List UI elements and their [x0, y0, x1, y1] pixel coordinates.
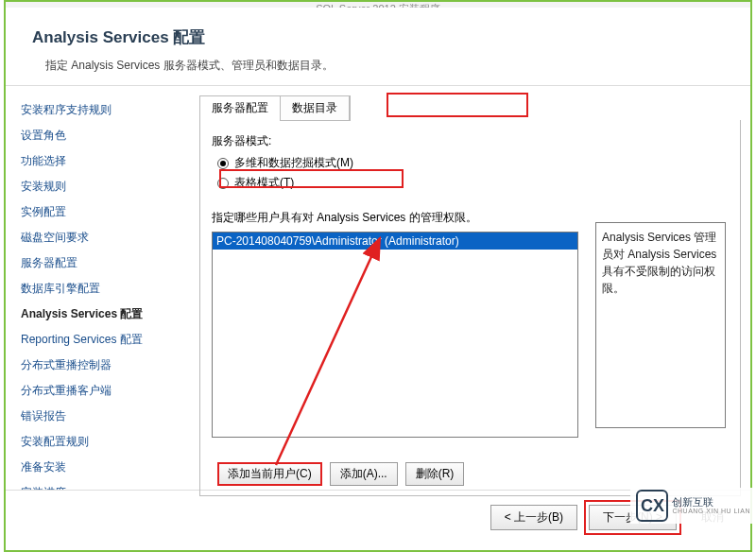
sidebar-item-analysis-services[interactable]: Analysis Services 配置: [21, 302, 184, 327]
list-item[interactable]: PC-201408040759\Administrator (Administr…: [213, 233, 577, 250]
admin-list[interactable]: PC-201408040759\Administrator (Administr…: [212, 232, 578, 438]
sidebar-item-db-engine[interactable]: 数据库引擎配置: [21, 276, 184, 302]
tab-panel: 服务器模式: 多维和数据挖掘模式(M) 表格模式(T) 指定哪些用户具有对 An…: [199, 120, 741, 496]
sidebar-item-instance-config[interactable]: 实例配置: [21, 199, 184, 225]
content: 服务器配置 数据目录 服务器模式: 多维和数据挖掘模式(M) 表格模式(T) 指…: [190, 86, 750, 490]
installer-window: SQL Server 2012 安装程序 Analysis Services 配…: [4, 0, 752, 552]
add-current-user-button[interactable]: 添加当前用户(C): [217, 462, 322, 486]
sidebar-item-feature-select[interactable]: 功能选择: [21, 148, 184, 174]
sidebar-item-ready-install[interactable]: 准备安装: [21, 455, 184, 480]
server-mode-label: 服务器模式:: [212, 133, 729, 149]
footer: < 上一步(B) 下一步(N) > 取消: [6, 491, 750, 543]
add-button[interactable]: 添加(A)...: [330, 462, 398, 486]
annotation-mode-highlight: [219, 169, 404, 188]
sidebar-item-install-rules[interactable]: 安装程序支持规则: [21, 97, 184, 123]
radio-icon: [217, 158, 229, 169]
body: 安装程序支持规则 设置角色 功能选择 安装规则 实例配置 磁盘空间要求 服务器配…: [6, 86, 750, 491]
sidebar-item-disk-space[interactable]: 磁盘空间要求: [21, 225, 184, 250]
button-row: 添加当前用户(C) 添加(A)... 删除(R): [217, 462, 464, 486]
next-button[interactable]: 下一步(N) >: [589, 505, 677, 530]
page-title: Analysis Services 配置: [32, 26, 724, 48]
perm-info: Analysis Services 管理员对 Analysis Services…: [595, 222, 726, 428]
sidebar-item-install-rules2[interactable]: 安装规则: [21, 174, 184, 199]
sidebar-item-setup-role[interactable]: 设置角色: [21, 123, 184, 148]
sidebar-item-replay-controller[interactable]: 分布式重播控制器: [21, 353, 184, 378]
annotation-tab-highlight: [387, 93, 528, 117]
tab-data-directory[interactable]: 数据目录: [281, 96, 350, 120]
cancel-button[interactable]: 取消: [688, 506, 737, 529]
sidebar-item-install-progress[interactable]: 安装进度: [21, 480, 184, 490]
remove-button[interactable]: 删除(R): [405, 462, 465, 486]
sidebar-item-reporting-services[interactable]: Reporting Services 配置: [21, 327, 184, 353]
tab-server-config[interactable]: 服务器配置: [200, 96, 281, 120]
tabs: 服务器配置 数据目录: [199, 95, 351, 121]
sidebar-item-replay-client[interactable]: 分布式重播客户端: [21, 378, 184, 404]
sidebar-item-install-config-rules[interactable]: 安装配置规则: [21, 429, 184, 455]
sidebar-item-error-report[interactable]: 错误报告: [21, 404, 184, 429]
page-subtitle: 指定 Analysis Services 服务器模式、管理员和数据目录。: [32, 58, 724, 74]
sidebar-item-server-config[interactable]: 服务器配置: [21, 250, 184, 276]
back-button[interactable]: < 上一步(B): [490, 505, 577, 530]
sidebar: 安装程序支持规则 设置角色 功能选择 安装规则 实例配置 磁盘空间要求 服务器配…: [6, 86, 190, 490]
header: Analysis Services 配置 指定 Analysis Service…: [6, 8, 750, 86]
